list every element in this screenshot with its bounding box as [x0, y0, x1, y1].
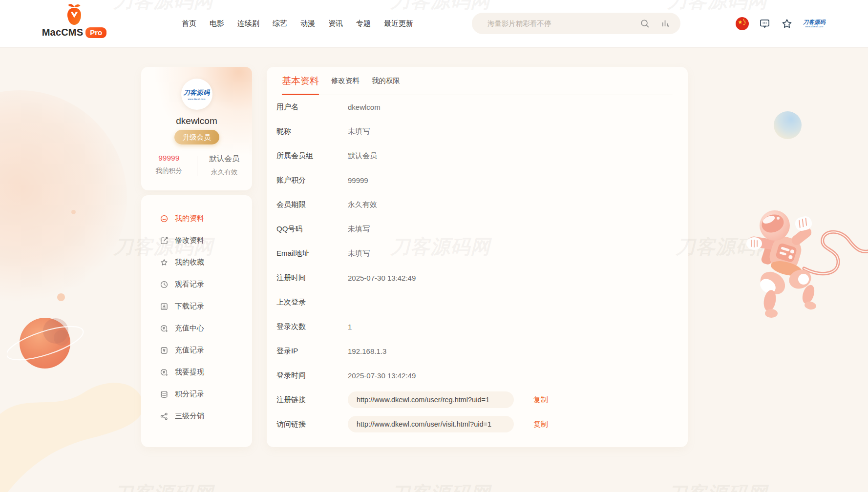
astronaut-illustration	[741, 195, 868, 326]
nav-item-series[interactable]: 连续剧	[237, 19, 259, 28]
field-row-visit-link: 访问链接 http://www.dkewl.com/user/visit.htm…	[276, 412, 678, 436]
star-icon	[160, 258, 169, 267]
upgrade-member-button[interactable]: 升级会员	[174, 130, 219, 144]
tab-edit-info[interactable]: 修改资料	[331, 67, 360, 95]
points-label: 我的积分	[141, 166, 197, 175]
register-link-field[interactable]: http://www.dkewl.com/user/reg.html?uid=1	[348, 391, 514, 408]
watermark: 刀客源码网	[667, 480, 767, 492]
field-row-login-time: 登录时间 2025-07-30 13:42:49	[276, 363, 678, 388]
header-icons: 刀客源码 www.dkewl.com	[736, 0, 826, 47]
share-icon	[160, 412, 169, 421]
visit-link-field[interactable]: http://www.dkewl.com/user/visit.html?uid…	[348, 416, 514, 432]
nav-item-movies[interactable]: 电影	[210, 19, 224, 28]
nav-item-variety[interactable]: 综艺	[273, 19, 287, 28]
smile-icon	[160, 214, 169, 223]
points-stat: 99999 我的积分	[141, 154, 197, 177]
nav-item-topics[interactable]: 专题	[356, 19, 371, 28]
language-flag-icon[interactable]	[736, 17, 749, 30]
copy-register-link-button[interactable]: 复制	[533, 395, 548, 405]
trending-chart-icon[interactable]	[660, 18, 671, 29]
profile-tabs: 基本资料 修改资料 我的权限	[282, 67, 673, 95]
field-row-register-time: 注册时间 2025-07-30 13:42:49	[276, 266, 678, 290]
profile-content-card: 基本资料 修改资料 我的权限 用户名 dkewlcom 昵称 未填写 所属会员组…	[267, 67, 688, 447]
main-nav: 首页 电影 连续剧 综艺 动漫 资讯 专题 最近更新	[182, 0, 413, 47]
nav-item-home[interactable]: 首页	[182, 19, 196, 28]
clock-icon	[160, 280, 169, 289]
username: dkewlcom	[141, 116, 252, 126]
sidebar-menu: 我的资料 修改资料 我的收藏 观看记录	[141, 195, 252, 447]
pro-badge: Pro	[85, 27, 106, 38]
search-input[interactable]	[487, 19, 639, 28]
member-validity-label: 永久有效	[197, 168, 253, 177]
search-icon[interactable]	[639, 18, 650, 29]
nav-item-recent[interactable]: 最近更新	[384, 19, 413, 28]
profile-card: 刀客源码 www.dkewl.com dkewlcom 升级会员 99999 我…	[141, 67, 252, 190]
field-row-login-count: 登录次数 1	[276, 314, 678, 339]
download-icon	[160, 302, 169, 311]
search-bar	[472, 13, 680, 34]
avatar: 刀客源码 www.dkewl.com	[181, 79, 212, 110]
sidebar-item-my-profile[interactable]: 我的资料	[141, 207, 252, 229]
planet-illustration	[7, 306, 90, 386]
field-row-qq: QQ号码 未填写	[276, 217, 678, 241]
sidebar-item-edit-profile[interactable]: 修改资料	[141, 229, 252, 251]
apple-logo-icon	[64, 2, 84, 26]
watermark: 刀客源码网	[390, 480, 490, 492]
profile-fields: 用户名 dkewlcom 昵称 未填写 所属会员组 默认会员 账户积分 9999…	[276, 95, 678, 436]
favorites-star-icon[interactable]	[781, 18, 793, 30]
site-mini-logo[interactable]: 刀客源码 www.dkewl.com	[803, 20, 826, 28]
site-logo[interactable]: MacCMS Pro	[47, 2, 102, 38]
sidebar-item-recharge-records[interactable]: 充值记录	[141, 339, 252, 361]
brand-name: MacCMS	[42, 27, 84, 38]
coin-out-icon	[160, 368, 169, 377]
field-row-login-ip: 登录IP 192.168.1.3	[276, 339, 678, 363]
member-group-stat: 默认会员 永久有效	[197, 154, 253, 177]
field-row-register-link: 注册链接 http://www.dkewl.com/user/reg.html?…	[276, 388, 678, 412]
tab-basic-info[interactable]: 基本资料	[282, 67, 319, 95]
field-row-last-login: 上次登录	[276, 290, 678, 314]
stats-divider	[197, 156, 197, 176]
copy-visit-link-button[interactable]: 复制	[533, 420, 548, 429]
blue-sphere-decoration	[774, 111, 802, 139]
sidebar-item-withdraw[interactable]: 我要提现	[141, 361, 252, 383]
database-icon	[160, 390, 169, 399]
sidebar-item-watch-history[interactable]: 观看记录	[141, 273, 252, 295]
field-row-points: 账户积分 99999	[276, 168, 678, 192]
messages-icon[interactable]	[759, 18, 771, 30]
coin-square-icon	[160, 346, 169, 355]
member-group-value: 默认会员	[197, 154, 253, 164]
site-header: MacCMS Pro 首页 电影 连续剧 综艺 动漫 资讯 专题 最近更新	[0, 0, 868, 48]
sidebar-item-points-records[interactable]: 积分记录	[141, 383, 252, 405]
coin-plus-icon	[160, 324, 169, 333]
field-row-member-group: 所属会员组 默认会员	[276, 144, 678, 168]
points-value: 99999	[141, 154, 197, 163]
nav-item-anime[interactable]: 动漫	[300, 19, 315, 28]
edit-icon	[160, 236, 169, 245]
sidebar-item-distribution[interactable]: 三级分销	[141, 405, 252, 427]
field-row-username: 用户名 dkewlcom	[276, 95, 678, 119]
field-row-email: Email地址 未填写	[276, 241, 678, 266]
peach-dot-decoration	[71, 210, 76, 214]
tab-permissions[interactable]: 我的权限	[372, 67, 400, 95]
nav-item-news[interactable]: 资讯	[328, 19, 343, 28]
sidebar-item-recharge-center[interactable]: 充值中心	[141, 317, 252, 339]
peach-blob-decoration	[0, 90, 127, 305]
field-row-member-term: 会员期限 永久有效	[276, 192, 678, 217]
peach-dot-decoration	[57, 293, 65, 301]
field-row-nickname: 昵称 未填写	[276, 119, 678, 144]
sidebar-item-downloads[interactable]: 下载记录	[141, 295, 252, 317]
sidebar-item-favorites[interactable]: 我的收藏	[141, 251, 252, 273]
